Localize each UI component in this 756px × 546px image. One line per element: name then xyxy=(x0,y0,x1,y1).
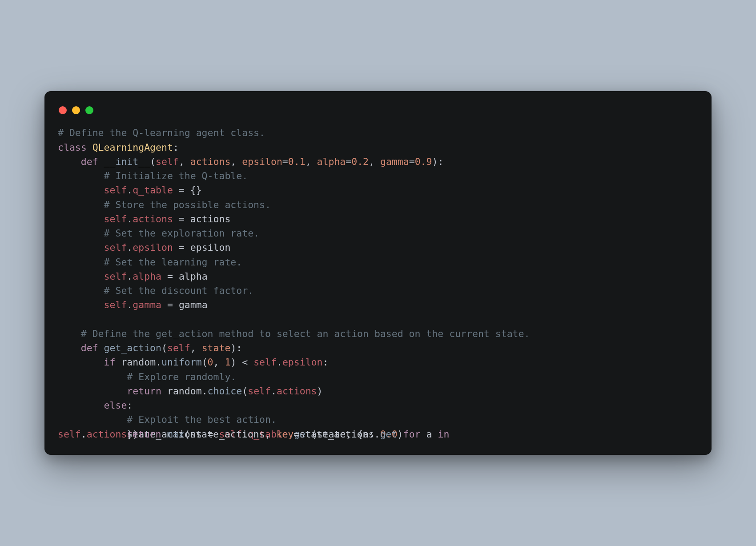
close-icon[interactable] xyxy=(59,106,67,114)
code-token: . xyxy=(156,357,161,368)
code-token: max xyxy=(167,429,184,440)
code-line: # Set the learning rate. xyxy=(58,255,698,269)
code-token: # Exploit the best action. xyxy=(127,414,277,425)
code-token: , xyxy=(369,156,380,167)
code-token: = xyxy=(161,299,179,310)
code-token: gamma xyxy=(179,299,208,310)
code-token: ) xyxy=(397,429,403,440)
code-token: epsilon xyxy=(242,156,282,167)
code-token: gamma xyxy=(380,156,409,167)
code-token: ( xyxy=(242,385,248,397)
code-token: = {} xyxy=(173,185,202,196)
code-token: = xyxy=(173,213,190,225)
code-token: self xyxy=(248,385,271,397)
code-window: # Define the Q-learning agent class.clas… xyxy=(44,91,712,455)
code-token: : xyxy=(173,142,179,153)
code-line: self.gamma = gamma xyxy=(58,298,698,312)
code-line: return random.choice(self.actions) xyxy=(58,384,698,398)
code-token: ) < xyxy=(230,357,253,368)
code-token: self xyxy=(104,213,127,225)
code-token: epsilon xyxy=(190,242,231,253)
code-token: choice xyxy=(208,385,242,397)
code-token: epsilon xyxy=(282,357,323,368)
code-token: self xyxy=(104,242,127,253)
code-token: : xyxy=(323,357,329,368)
code-token: ( xyxy=(150,156,156,167)
minimize-icon[interactable] xyxy=(72,106,80,114)
code-token: get_action xyxy=(104,342,161,353)
code-line: # Set the exploration rate. xyxy=(58,226,698,241)
code-token: __init__ xyxy=(104,156,150,167)
code-token: . xyxy=(127,271,133,282)
code-line: self.epsilon = epsilon xyxy=(58,241,698,255)
code-token: self xyxy=(104,299,127,310)
code-token: self xyxy=(167,342,190,353)
code-token: . xyxy=(202,385,208,397)
code-token: ( xyxy=(184,429,190,440)
code-token: key xyxy=(276,429,294,440)
code-token: . xyxy=(127,242,133,253)
code-token: actions xyxy=(133,213,173,225)
code-token: # Set the discount factor. xyxy=(104,285,254,296)
code-token: # Define the get_action method to select… xyxy=(81,328,530,339)
code-line: # Explore randomly. xyxy=(58,370,698,384)
code-line: else: xyxy=(58,398,698,413)
code-token: 0.2 xyxy=(351,156,369,167)
code-line: # Initialize the Q-table. xyxy=(58,169,698,183)
code-token: . xyxy=(277,357,282,368)
code-token: : xyxy=(127,400,133,411)
code-token: state_actions xyxy=(190,429,265,440)
code-token: = xyxy=(282,156,288,167)
code-token: random xyxy=(167,385,202,397)
code-token: # Explore randomly. xyxy=(127,371,236,382)
code-line: # Set the discount factor. xyxy=(58,284,698,298)
code-editor[interactable]: # Define the Q-learning agent class.clas… xyxy=(58,126,698,442)
maximize-icon[interactable] xyxy=(85,106,93,114)
code-token: , xyxy=(306,156,317,167)
code-token: uniform xyxy=(161,357,202,368)
code-token: ( xyxy=(161,342,167,353)
code-token: . xyxy=(81,429,87,440)
code-token: QLearningAgent xyxy=(92,142,173,153)
code-token: = xyxy=(294,429,299,440)
code-token: actions xyxy=(277,385,317,397)
code-token: gamma xyxy=(133,299,161,310)
code-token: . xyxy=(127,213,133,225)
code-token: , xyxy=(190,342,202,353)
code-token: # Initialize the Q-table. xyxy=(104,170,248,181)
code-token xyxy=(58,314,64,325)
code-token: if xyxy=(104,357,121,368)
code-token: self xyxy=(156,156,179,167)
code-line: # Exploit the best action. xyxy=(58,413,698,427)
code-token: state_actions xyxy=(299,429,374,440)
code-token: 0.1 xyxy=(288,156,306,167)
code-token: # Store the possible actions. xyxy=(104,199,271,210)
code-line: # Define the get_action method to select… xyxy=(58,327,698,341)
code-token: else xyxy=(104,400,127,411)
code-token: = xyxy=(346,156,351,167)
code-token: 0 xyxy=(208,357,213,368)
code-line: self.actions = actions xyxy=(58,212,698,226)
code-line: def get_action(self, state): xyxy=(58,341,698,355)
code-token: # Define the Q-learning agent class. xyxy=(58,127,265,138)
code-token: . xyxy=(127,299,133,310)
code-token: # Set the learning rate. xyxy=(104,257,242,268)
code-token: alpha xyxy=(179,271,208,282)
code-token: self xyxy=(58,429,81,440)
code-token: ): xyxy=(230,342,242,353)
code-token: def xyxy=(81,156,104,167)
code-token: def xyxy=(81,342,104,353)
code-token: alpha xyxy=(317,156,346,167)
code-token: , xyxy=(265,429,276,440)
code-token: ) xyxy=(317,385,323,397)
code-token: alpha xyxy=(133,271,161,282)
code-token: random xyxy=(121,357,156,368)
code-token: return xyxy=(127,385,167,397)
code-line: # Define the Q-learning agent class. xyxy=(58,126,698,140)
code-line: # Store the possible actions. xyxy=(58,198,698,212)
code-token: = xyxy=(173,242,190,253)
code-token: . xyxy=(374,429,380,440)
code-token: actions xyxy=(87,429,127,440)
code-token: # Set the exploration rate. xyxy=(104,228,260,239)
code-token: , xyxy=(179,156,190,167)
